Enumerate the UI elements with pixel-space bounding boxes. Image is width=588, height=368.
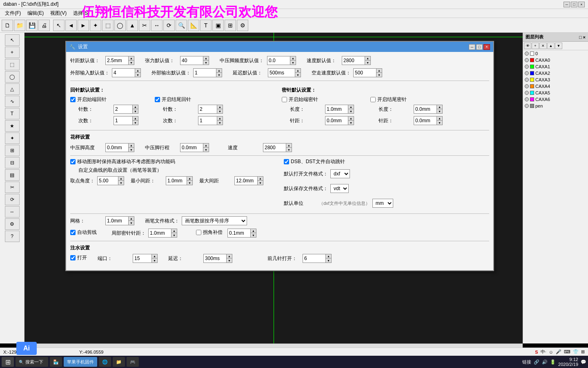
corner-comp-spin[interactable]: ▲ ▼ — [227, 229, 256, 238]
mid-press-freq-down[interactable]: ▼ — [290, 61, 296, 65]
mid-press-height-input[interactable] — [106, 144, 128, 152]
tension-up[interactable]: ▲ — [203, 56, 209, 61]
end-nd-up[interactable]: ▲ — [437, 117, 442, 121]
air-speed-down[interactable]: ▼ — [376, 73, 382, 77]
end-length-spin[interactable]: ▲ ▼ — [414, 105, 443, 114]
sidebar-btn-7[interactable]: T — [5, 108, 20, 119]
sidebar-btn-11[interactable]: ⊟ — [5, 157, 20, 168]
min-dist-input[interactable] — [166, 177, 187, 185]
ai-button[interactable]: Ai — [16, 342, 37, 355]
end-needle-count-spin[interactable]: ▲ ▼ — [198, 105, 223, 114]
needle-distance-down[interactable]: ▼ — [128, 61, 134, 65]
mph-up[interactable]: ▲ — [128, 144, 134, 148]
ext-input-spin[interactable]: ▲ ▼ — [112, 68, 141, 77]
default-save-format-select[interactable]: vdt dxf — [330, 184, 349, 193]
pattern-speed-input[interactable] — [263, 144, 286, 152]
menu-edit[interactable]: 编辑(E) — [24, 9, 47, 18]
start-nd-up[interactable]: ▲ — [348, 117, 354, 121]
water-delay-input[interactable] — [204, 254, 226, 263]
start-dense-checkbox[interactable] — [282, 97, 287, 102]
end-times-up[interactable]: ▲ — [217, 117, 223, 121]
end-length-input[interactable] — [414, 105, 437, 113]
auto-trim-checkbox[interactable] — [70, 230, 76, 235]
end-dense-checkbox[interactable] — [370, 97, 376, 102]
dialog-close-btn[interactable]: × — [483, 44, 490, 50]
water-needles-input[interactable] — [303, 254, 325, 263]
task-app1[interactable]: 🎮 — [127, 357, 139, 367]
sidebar-btn-1[interactable]: ↖ — [5, 34, 20, 46]
air-speed-spin[interactable]: ▲ ▼ — [353, 68, 382, 77]
min-dist-up[interactable]: ▲ — [187, 177, 192, 181]
mid-press-height-spin[interactable]: ▲ ▼ — [105, 143, 134, 152]
sidebar-btn-14[interactable]: ⟳ — [5, 194, 20, 205]
sidebar-btn-16[interactable]: ⚙ — [5, 218, 20, 230]
mps-down[interactable]: ▼ — [203, 148, 209, 152]
sidebar-btn-17[interactable]: ? — [5, 231, 20, 242]
mps-up[interactable]: ▲ — [203, 144, 209, 148]
toolbar-btn-new[interactable]: 🗋 — [2, 20, 13, 31]
task-store[interactable]: 🏪 — [50, 357, 62, 367]
start-return-checkbox[interactable] — [70, 97, 76, 102]
start-length-spin[interactable]: ▲ ▼ — [325, 105, 354, 114]
layer-btn-up[interactable]: ▲ — [547, 43, 555, 49]
toolbar-btn-save[interactable]: 💾 — [26, 20, 38, 31]
wp-down[interactable]: ▼ — [151, 258, 157, 263]
move-pattern-checkbox[interactable] — [70, 159, 76, 164]
ps-down[interactable]: ▼ — [286, 148, 292, 152]
layer-btn-del[interactable]: ✕ — [539, 43, 547, 49]
default-open-format-select[interactable]: dxf dst dsb — [330, 169, 350, 178]
ext-output-input[interactable] — [194, 69, 216, 77]
mid-press-stroke-spin[interactable]: ▲ ▼ — [180, 143, 209, 152]
wd-down[interactable]: ▼ — [226, 258, 232, 263]
needle-distance-spin[interactable]: ▲ ▼ — [105, 56, 134, 65]
toolbar-btn-open[interactable]: 📁 — [14, 20, 25, 31]
delay-up[interactable]: ▲ — [295, 69, 301, 73]
sidebar-btn-9[interactable]: ✦ — [5, 132, 20, 144]
air-speed-up[interactable]: ▲ — [376, 69, 382, 73]
wd-up[interactable]: ▲ — [226, 254, 232, 258]
dialog-minimize-btn[interactable]: ─ — [469, 44, 475, 50]
max-dist-input[interactable] — [235, 177, 257, 185]
speed-default-down[interactable]: ▼ — [365, 61, 370, 65]
task-edge[interactable]: 🌐 — [99, 357, 111, 367]
angle-down[interactable]: ▼ — [118, 181, 124, 185]
sidebar-btn-8[interactable]: ★ — [5, 120, 20, 132]
layer-item-caxa6[interactable]: CAXA6 — [523, 96, 588, 103]
ld-down[interactable]: ▼ — [171, 233, 177, 237]
start-needledist-spin[interactable]: ▲ ▼ — [325, 116, 354, 125]
ext-output-spin[interactable]: ▲ ▼ — [193, 68, 222, 77]
delay-input[interactable] — [268, 69, 295, 77]
speed-default-spin[interactable]: ▲ ▼ — [342, 56, 371, 65]
ld-up[interactable]: ▲ — [171, 229, 177, 233]
start-len-up[interactable]: ▲ — [348, 105, 354, 109]
tension-input[interactable] — [180, 56, 203, 65]
wn-down[interactable]: ▼ — [325, 258, 331, 263]
tension-down[interactable]: ▼ — [203, 61, 209, 65]
layer-item-pen[interactable]: pen — [523, 103, 588, 109]
task-search[interactable]: 🔍 搜索一下 — [16, 357, 48, 367]
layer-item-0[interactable]: 0 — [523, 50, 588, 57]
sidebar-btn-10[interactable]: ⊞ — [5, 145, 20, 156]
air-speed-input[interactable] — [354, 69, 376, 77]
start-needle-count-input[interactable] — [114, 105, 132, 113]
default-unit-select[interactable]: mm inch — [372, 199, 393, 208]
delay-spin[interactable]: ▲ ▼ — [268, 68, 301, 77]
water-port-input[interactable] — [133, 254, 151, 263]
ext-input-up[interactable]: ▲ — [135, 69, 140, 73]
cc-up[interactable]: ▲ — [250, 229, 256, 233]
start-times-down[interactable]: ▼ — [132, 121, 138, 125]
layer-item-caxa2[interactable]: CAXA2 — [523, 70, 588, 76]
end-len-up[interactable]: ▲ — [437, 105, 442, 109]
max-dist-spin[interactable]: ▲ ▼ — [234, 176, 263, 185]
start-nd-down[interactable]: ▼ — [348, 121, 354, 125]
grid-input[interactable] — [106, 217, 128, 225]
speed-default-input[interactable] — [342, 56, 365, 65]
layer-item-caxa1[interactable]: CAXA1 — [523, 63, 588, 70]
pen-file-format-select[interactable]: 画笔数据按序号排序 画笔数据按文件名排序 — [182, 216, 247, 225]
start-button[interactable]: ⊞ — [2, 357, 14, 367]
menu-file[interactable]: 文件(F) — [2, 9, 24, 18]
end-nc-down[interactable]: ▼ — [217, 109, 223, 113]
speed-default-up[interactable]: ▲ — [365, 56, 370, 61]
wp-up[interactable]: ▲ — [151, 254, 157, 258]
layer-btn-add[interactable]: + — [532, 43, 539, 49]
